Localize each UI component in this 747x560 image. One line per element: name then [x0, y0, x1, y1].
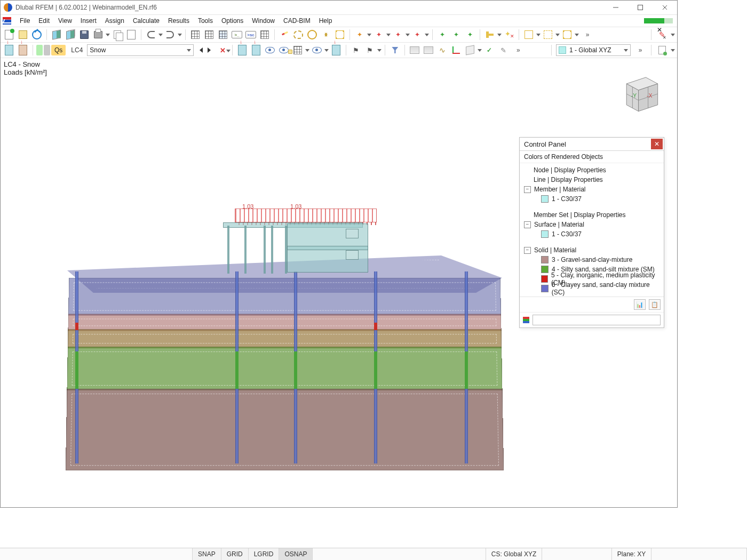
load-preset1-button[interactable]	[3, 44, 15, 57]
pen-button[interactable]	[497, 44, 510, 57]
spark-line-button[interactable]	[372, 28, 385, 41]
tree-item[interactable]: 6 - Clayey sand, sand-clay mixture (SC)	[522, 284, 662, 293]
window-close-button[interactable]	[653, 1, 677, 14]
delete-button[interactable]: ✕	[656, 28, 669, 41]
flag-dropdown[interactable]	[377, 48, 382, 53]
menu-insert[interactable]: Insert	[76, 16, 101, 26]
new-file-button[interactable]	[3, 28, 15, 41]
spark-xline-button[interactable]	[392, 28, 404, 41]
menu-results[interactable]: Results	[164, 16, 194, 26]
model-cube-button[interactable]	[50, 28, 63, 41]
menu-view[interactable]: View	[54, 16, 76, 26]
lasso-select-button[interactable]	[292, 28, 305, 41]
box3-dropdown[interactable]	[575, 33, 579, 37]
tree-plain[interactable]: Node | Display Properties	[522, 165, 662, 175]
undo-dropdown[interactable]	[158, 33, 163, 37]
refresh-button[interactable]	[30, 28, 43, 41]
undo-button[interactable]	[145, 28, 157, 41]
load-numbers1-button[interactable]	[250, 44, 263, 57]
menu-file[interactable]: File	[15, 16, 34, 26]
display-grid-button[interactable]	[291, 44, 304, 57]
tree-plain[interactable]: Member Set | Display Properties	[522, 210, 662, 220]
spark-xline-dropdown[interactable]	[406, 33, 410, 37]
panel-button-copy-icon[interactable]: 📋	[649, 299, 661, 310]
prev-loadcase-button[interactable]	[195, 45, 204, 55]
eye-button[interactable]	[264, 44, 276, 57]
cs-overflow-button[interactable]	[634, 44, 647, 57]
curve-button[interactable]	[436, 44, 449, 57]
delete-dropdown[interactable]	[671, 33, 675, 37]
redo-button[interactable]	[164, 28, 177, 41]
box2-dropdown[interactable]	[555, 33, 560, 37]
check-button[interactable]	[483, 44, 496, 57]
open-file-button[interactable]	[17, 28, 29, 41]
portal2-button[interactable]	[422, 44, 435, 57]
swap-select-button[interactable]	[320, 28, 332, 41]
flag-right-button[interactable]	[363, 44, 376, 57]
table1-button[interactable]	[189, 28, 202, 41]
wand-button[interactable]	[278, 28, 291, 41]
tree-group[interactable]: −Member | Material	[522, 185, 662, 194]
save-button[interactable]	[78, 28, 91, 41]
load-display1-button[interactable]	[236, 44, 249, 57]
eye-numbers-button[interactable]	[277, 44, 290, 57]
control-panel-close-button[interactable]: ✕	[651, 139, 663, 149]
eye-extra-dropdown[interactable]	[324, 48, 329, 53]
star-x-button[interactable]	[503, 28, 515, 41]
next-loadcase-button[interactable]	[205, 45, 215, 55]
spark-line-dropdown[interactable]	[386, 33, 391, 37]
tree-group[interactable]: −Solid | Material	[522, 245, 662, 255]
redo-dropdown[interactable]	[178, 33, 182, 37]
menu-edit[interactable]: Edit	[34, 16, 54, 26]
tree-item[interactable]: 1 - C30/37	[522, 194, 662, 204]
loadcase-select[interactable]: Snow	[87, 44, 194, 56]
load-preset2-button[interactable]	[17, 44, 29, 57]
tree2-button[interactable]	[450, 28, 463, 41]
spark-grid-button[interactable]	[411, 28, 424, 41]
menu-help[interactable]: Help	[315, 16, 337, 26]
loadcase-chip-0[interactable]	[36, 45, 43, 55]
navigation-cube[interactable]: -Y -X	[616, 71, 664, 117]
display-grid-dropdown[interactable]	[305, 48, 309, 53]
tree-group[interactable]: −Surface | Material	[522, 220, 662, 229]
stair-dropdown[interactable]	[497, 33, 502, 37]
menu-options[interactable]: Options	[217, 16, 248, 26]
viewport-3d[interactable]: LC4 - Snow Loads [kN/m²] -Y -X	[1, 58, 677, 498]
collapse-icon[interactable]: −	[524, 247, 531, 254]
stair-button[interactable]	[483, 28, 496, 41]
menu-tools[interactable]: Tools	[194, 16, 217, 26]
menu-calculate[interactable]: Calculate	[129, 16, 164, 26]
toolbar-overflow-button[interactable]	[581, 28, 594, 41]
flag-left-button[interactable]	[349, 44, 362, 57]
tree-item[interactable]: 1 - C30/37	[522, 229, 662, 239]
filter-button[interactable]	[388, 44, 401, 57]
cube-dropdown[interactable]	[478, 48, 482, 53]
axes-button[interactable]	[450, 44, 463, 57]
tree1-button[interactable]	[436, 28, 449, 41]
spark-button[interactable]	[353, 28, 366, 41]
print-dropdown[interactable]	[106, 33, 110, 37]
view-doc-dropdown[interactable]	[671, 48, 675, 53]
clear-loadcase-button[interactable]	[216, 44, 229, 57]
view-doc-button[interactable]	[656, 44, 669, 57]
box1-button[interactable]	[522, 28, 535, 41]
collapse-icon[interactable]: −	[524, 221, 531, 228]
collapse-icon[interactable]: −	[524, 186, 531, 193]
ring-select-button[interactable]	[306, 28, 319, 41]
spark-grid-dropdown[interactable]	[425, 33, 429, 37]
toolbar2-overflow-button[interactable]	[512, 44, 525, 57]
tree3-button[interactable]	[464, 28, 476, 41]
window-minimize-button[interactable]	[603, 1, 628, 14]
load-display2-button[interactable]	[330, 44, 343, 57]
table2-button[interactable]	[203, 28, 216, 41]
box2-button[interactable]	[542, 28, 554, 41]
menu-cad-bim[interactable]: CAD-BIM	[279, 16, 315, 26]
model-cubes-button[interactable]	[64, 28, 77, 41]
coordinate-system-select[interactable]: 1 - Global XYZ	[556, 44, 631, 56]
window-maximize-button[interactable]	[628, 1, 653, 14]
loadcase-chip-2[interactable]: Qs	[51, 45, 66, 55]
panel-button-chart-icon[interactable]: 📊	[634, 299, 646, 310]
table3-button[interactable]	[217, 28, 229, 41]
cube-button[interactable]	[464, 44, 476, 57]
tree-item[interactable]: 3 - Gravel-sand-clay-mixture	[522, 255, 662, 265]
